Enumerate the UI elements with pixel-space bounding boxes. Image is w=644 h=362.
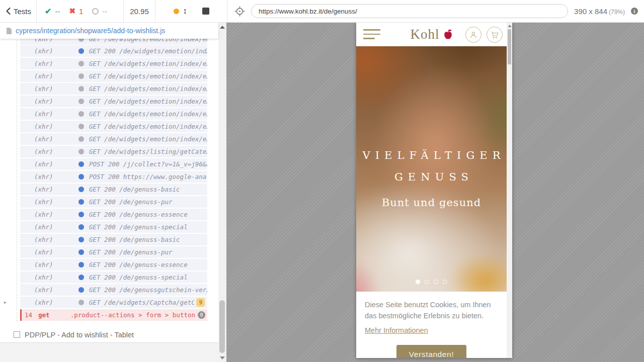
- info-icon[interactable]: i: [631, 8, 638, 15]
- scrollbar-thumb[interactable]: [219, 300, 225, 353]
- xhr-type-label: (xhr): [20, 47, 60, 55]
- carousel-dot[interactable]: [425, 280, 429, 284]
- xhr-log-row[interactable]: ▶ (xhr) POST 200 https://www.google-anal…: [20, 171, 207, 183]
- address-bar-area: https://www.kohl.bz.it/de/genuss/ 390 x …: [227, 4, 644, 18]
- xhr-log-row[interactable]: ▶ (xhr) POST 200 /j/collect?v=1&_v=j96&a…: [20, 158, 207, 170]
- xhr-log-row[interactable]: ▶ (xhr) GET /de/widgets/emotion/index/e…: [20, 58, 207, 69]
- xhr-log-row[interactable]: ▶ (xhr) GET 200 /de/widgets/emotion/ind…: [20, 45, 207, 57]
- status-dot-icon: [78, 73, 84, 79]
- xhr-message: GET 200 /de/genuss-basic: [89, 236, 207, 243]
- app-scrollbar[interactable]: [507, 23, 512, 358]
- status-dot-icon: [78, 275, 84, 280]
- xhr-log-row[interactable]: ▶ (xhr) GET /de/widgets/Captcha/getCap… …: [20, 297, 207, 308]
- cookie-accept-button[interactable]: Verstanden!: [396, 345, 467, 358]
- status-dot-icon: [78, 48, 84, 54]
- xhr-log-row[interactable]: ▶ (xhr) GET 200 /de/genuss-essence: [20, 209, 207, 220]
- xhr-message: GET /de/widgets/emotion/index/e…: [89, 98, 207, 105]
- xhr-type-label: (xhr): [20, 123, 60, 130]
- xhr-log-row[interactable]: ▶ (xhr) GET 200 /de/genussgutschein-ver…: [20, 284, 207, 296]
- xhr-log-row[interactable]: ▶ (xhr) GET 200 /de/genuss-essence: [20, 259, 207, 270]
- scroll-toggle-icon[interactable]: ↕: [183, 7, 187, 15]
- hero-banner[interactable]: VIELFÄLTIGER GENUSS Bunt und gesund: [356, 46, 507, 292]
- xhr-message: POST 200 https://www.google-analytics…: [89, 173, 207, 180]
- reporter-scrollbar[interactable]: [218, 23, 226, 362]
- test-duration: 20.95: [124, 7, 155, 16]
- status-dot-icon: [78, 262, 84, 267]
- hero-title-line1: VIELFÄLTIGER: [356, 149, 507, 161]
- xhr-log-row[interactable]: ▶ (xhr) GET 200 /de/genuss-pur: [20, 196, 207, 208]
- failed-command-row[interactable]: 14 get .product--actions > form > button…: [20, 309, 207, 321]
- command-log: ▶ (xhr) GET 200 /de/widgets/emotion/ind……: [0, 45, 218, 309]
- xhr-type-label: (xhr): [20, 72, 60, 80]
- stat-passed: ✔ --: [45, 7, 60, 16]
- xhr-log-row[interactable]: ▶ (xhr) GET /de/widgets/emotion/index/e…: [20, 70, 207, 82]
- app-scrollbar-thumb[interactable]: [508, 29, 511, 64]
- xhr-type-label: (xhr): [20, 274, 60, 281]
- xhr-log-row[interactable]: ▶ (xhr) GET 200 /de/genuss-basic: [20, 234, 207, 245]
- xhr-message: GET /de/widgets/emotion/index/e…: [89, 60, 207, 67]
- status-dot-icon: [78, 249, 84, 255]
- back-to-tests-button[interactable]: Tests: [0, 7, 36, 16]
- person-icon: [469, 30, 478, 39]
- xhr-message: GET /de/widgets/emotion/index/e…: [89, 123, 207, 130]
- status-dot-icon: [78, 86, 84, 92]
- hero-title-line2: GENUSS: [356, 171, 507, 183]
- xhr-type-label: (xhr): [20, 286, 60, 294]
- scroll-down-arrow-icon[interactable]: [220, 356, 225, 359]
- xhr-log-row[interactable]: ▶ (xhr) GET /de/widgets/emotion/index/e…: [20, 96, 207, 107]
- xhr-log-row[interactable]: ▶ (xhr) GET /de/widgets/emotion/index/e…: [20, 108, 207, 120]
- carousel-dots: [356, 280, 507, 284]
- xhr-log-row[interactable]: ▶ (xhr) GET /de/widgets/emotion/index/e…: [20, 83, 207, 95]
- check-icon: ✔: [45, 7, 51, 16]
- status-dot-icon: [78, 187, 84, 192]
- app-scroll-up-arrow-icon[interactable]: [508, 25, 512, 27]
- cart-button[interactable]: [487, 27, 503, 43]
- header-actions: [465, 27, 503, 43]
- cookie-more-info-link[interactable]: Mehr Informationen: [365, 326, 428, 334]
- xhr-log-row[interactable]: ▶ (xhr) GET 200 /de/genuss-pur: [20, 246, 207, 258]
- xhr-log-row[interactable]: ▶ (xhr) GET 200 /de/genuss-special: [20, 221, 207, 233]
- count-badge: 9: [196, 298, 205, 307]
- spec-path: cypress/integration/shopware5/add-to-wis…: [16, 27, 165, 35]
- stop-button[interactable]: [202, 8, 209, 15]
- xhr-type-label: (xhr): [20, 85, 60, 93]
- xhr-log-row[interactable]: ▶ (xhr) GET 200 /de/genuss-basic: [20, 184, 207, 195]
- chevron-left-icon: [6, 8, 11, 15]
- status-dot-icon: [78, 237, 84, 242]
- cookie-message: Diese Seite benutzt Cookies, um Ihnen da…: [365, 300, 498, 322]
- status-dot-icon: [78, 287, 84, 293]
- xhr-type-label: (xhr): [20, 98, 60, 105]
- xhr-log-row[interactable]: (xhr) GET /de/widgets/emotion/index/em…: [20, 39, 207, 45]
- xhr-message: GET /de/widgets/listing/getCate…: [89, 148, 207, 155]
- xhr-type-label: (xhr): [20, 173, 60, 180]
- back-to-tests-label: Tests: [14, 7, 31, 16]
- reporter-filler: [0, 343, 218, 362]
- test-title-label: PDP/PLP - Add to wishlist - Tablet: [25, 331, 134, 339]
- xhr-type-label: (xhr): [20, 110, 60, 118]
- xhr-type-label: (xhr): [20, 198, 60, 206]
- xhr-type-label: (xhr): [20, 261, 60, 268]
- xhr-message: GET 200 /de/genuss-special: [89, 274, 207, 281]
- carousel-dot[interactable]: [416, 280, 420, 284]
- scroll-up-arrow-icon[interactable]: [220, 26, 225, 29]
- xhr-message: GET 200 /de/genuss-pur: [89, 248, 207, 256]
- xhr-message: GET /de/widgets/emotion/index/em…: [89, 39, 207, 43]
- xhr-log-row[interactable]: ▶ (xhr) GET 200 /de/genuss-special: [20, 272, 207, 283]
- xhr-message: GET /de/widgets/emotion/index/e…: [89, 72, 207, 80]
- spec-header[interactable]: cypress/integration/shopware5/add-to-wis…: [0, 23, 218, 39]
- runner-controls: ↕: [155, 7, 227, 15]
- carousel-dot[interactable]: [443, 280, 447, 284]
- expand-caret-icon[interactable]: ▶: [4, 300, 7, 305]
- selector-playground-icon[interactable]: [234, 6, 245, 17]
- test-checkbox[interactable]: [14, 331, 20, 338]
- carousel-dot[interactable]: [434, 280, 438, 284]
- xhr-log-row[interactable]: ▶ (xhr) GET /de/widgets/emotion/index/e…: [20, 121, 207, 132]
- stat-pending-count: --: [102, 7, 107, 16]
- account-button[interactable]: [465, 27, 481, 43]
- xhr-log-row[interactable]: ▶ (xhr) GET /de/widgets/listing/getCate…: [20, 146, 207, 157]
- command-number: 14: [25, 311, 32, 319]
- xhr-log-row[interactable]: ▶ (xhr) GET /de/widgets/emotion/index/e…: [20, 133, 207, 145]
- url-input[interactable]: https://www.kohl.bz.it/de/genuss/: [251, 4, 568, 18]
- test-title-row[interactable]: PDP/PLP - Add to wishlist - Tablet: [0, 327, 218, 343]
- status-dot-icon: [78, 124, 84, 129]
